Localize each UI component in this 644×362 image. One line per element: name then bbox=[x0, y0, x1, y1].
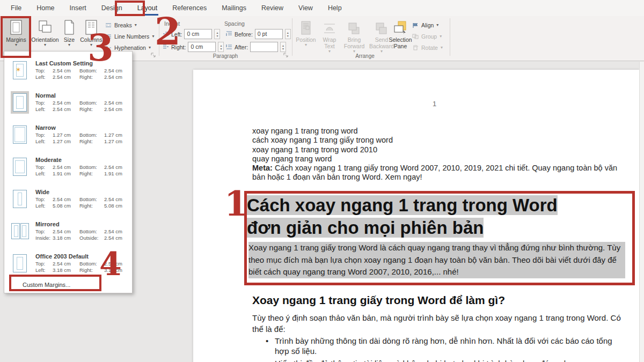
article-heading: Cách xoay ngang 1 trang trong Word đơn g… bbox=[247, 194, 626, 239]
selection-pane-button[interactable]: Selection Pane bbox=[387, 18, 413, 56]
meta-line: Meta: Cách xoay ngang 1 trang giấy trong… bbox=[252, 164, 617, 181]
indent-header: Indent bbox=[164, 20, 180, 27]
section-intro: Tùy theo ý định soạn thảo văn bản, mà ng… bbox=[252, 312, 623, 335]
position-button[interactable]: Position ▾ bbox=[294, 18, 318, 56]
indent-right-stepper[interactable]: ▴▾ bbox=[218, 42, 224, 52]
align-label: Align bbox=[421, 22, 434, 28]
hyphenation-label: Hyphenation bbox=[114, 45, 146, 51]
tab-insert[interactable]: Insert bbox=[62, 0, 94, 16]
spacing-after-input[interactable] bbox=[250, 42, 278, 52]
line-numbers-button[interactable]: Line Numbers ▾ bbox=[105, 31, 154, 42]
list-item: • Trình bày những thông tin dài dòng rõ … bbox=[266, 336, 620, 356]
list-item: • Hiển thị đầy đủ thông tin tài liệu mà … bbox=[266, 358, 620, 362]
rotate-button[interactable]: Rotate ▾ bbox=[412, 42, 443, 53]
margins-menu-item-moderate[interactable]: Moderate Top:2.54 cmBottom:2.54 cm Left:… bbox=[4, 151, 132, 182]
group-button[interactable]: Group ▾ bbox=[412, 31, 443, 42]
page-number: 1 bbox=[433, 100, 436, 108]
bullet-icon: • bbox=[266, 358, 268, 362]
wrap-text-label: Wrap Text bbox=[323, 36, 336, 49]
align-button[interactable]: Align ▾ bbox=[412, 19, 443, 31]
spin-down-icon: ▾ bbox=[220, 47, 222, 50]
breaks-button[interactable]: Breaks ▾ bbox=[105, 19, 154, 31]
spacing-after-label: After: bbox=[235, 44, 248, 50]
tab-review[interactable]: Review bbox=[254, 0, 291, 16]
tab-layout[interactable]: Layout bbox=[130, 0, 165, 16]
keyword-block: xoay ngang 1 trang trong word cách xoay … bbox=[252, 127, 623, 182]
tab-design[interactable]: Design bbox=[94, 0, 130, 16]
spacing-after-icon bbox=[225, 44, 232, 50]
chevron-down-icon: ▾ bbox=[152, 34, 154, 39]
page-setup-dialog-launcher-icon[interactable] bbox=[151, 53, 157, 58]
tab-file[interactable]: File bbox=[3, 0, 29, 16]
paragraph-group-label: Paragraph bbox=[193, 53, 258, 59]
tab-view-label: View bbox=[298, 4, 313, 12]
group-icon bbox=[412, 34, 419, 39]
margins-menu-item-normal[interactable]: Normal Top:2.54 cmBottom:2.54 cm Left:2.… bbox=[4, 87, 132, 118]
line-numbers-icon bbox=[105, 34, 112, 39]
custom-margins-item[interactable]: Custom Margins... bbox=[4, 277, 132, 293]
indent-left-icon bbox=[162, 31, 169, 38]
margins-dropdown-menu: ✶ Last Custom Setting Top:2.54 cmBottom:… bbox=[4, 51, 133, 293]
margin-preset-icon: ✶ bbox=[13, 61, 27, 79]
tab-mailings-label: Mailings bbox=[222, 4, 246, 12]
breaks-icon bbox=[105, 23, 112, 28]
group-label: Group bbox=[421, 33, 437, 40]
heading-line-2: đơn giản cho mọi phiên bản bbox=[247, 218, 484, 238]
arrange-small-buttons: Align ▾ Group ▾ Rotate ▾ bbox=[412, 19, 443, 53]
indent-right-icon bbox=[162, 44, 169, 50]
custom-margins-label: Custom Margins... bbox=[23, 282, 70, 288]
active-tab-underline bbox=[136, 14, 159, 16]
document-page[interactable]: 1 xoay ngang 1 trang trong word cách xoa… bbox=[193, 70, 640, 362]
paragraph-dialog-launcher-icon[interactable] bbox=[283, 53, 289, 58]
columns-icon bbox=[85, 19, 98, 35]
hyphenation-icon bbox=[105, 45, 112, 50]
size-icon bbox=[63, 19, 75, 35]
tab-design-label: Design bbox=[101, 4, 122, 12]
chevron-down-icon: ▾ bbox=[441, 46, 443, 50]
heading-line-1: Cách xoay ngang 1 trang trong Word bbox=[247, 195, 558, 215]
vertical-scrollbar[interactable] bbox=[639, 62, 644, 362]
tab-view[interactable]: View bbox=[291, 0, 320, 16]
tab-help[interactable]: Help bbox=[320, 0, 349, 16]
margins-menu-item-mirrored[interactable]: Mirrored Top:2.54 cmBottom:2.54 cm Insid… bbox=[4, 216, 132, 247]
spin-down-icon: ▾ bbox=[282, 47, 284, 50]
keyword-line: quay ngang trang word bbox=[252, 154, 623, 164]
margin-preset-icon bbox=[13, 254, 27, 272]
margins-icon bbox=[10, 19, 23, 35]
ribbon-tab-bar: File Home Insert Design Layout Reference… bbox=[0, 0, 644, 16]
spacing-before-input[interactable]: 0 pt bbox=[255, 29, 283, 39]
wrap-text-button[interactable]: Wrap Text ▾ bbox=[318, 18, 341, 56]
bring-forward-button[interactable]: Bring Forward ▾ bbox=[341, 18, 367, 56]
tab-insert-label: Insert bbox=[70, 4, 86, 12]
margin-preset-icon bbox=[13, 125, 27, 144]
spacing-before-stepper[interactable]: ▴▾ bbox=[285, 29, 291, 39]
margins-menu-item-wide[interactable]: Wide Top:2.54 cmBottom:2.54 cm Left:5.08… bbox=[4, 183, 132, 215]
send-backward-icon bbox=[375, 19, 389, 35]
line-numbers-label: Line Numbers bbox=[114, 33, 149, 40]
chevron-down-icon: ▾ bbox=[149, 46, 151, 50]
chevron-down-icon: ▾ bbox=[68, 43, 70, 47]
intro-paragraph: Xoay ngang 1 trang giấy trong Word là cá… bbox=[248, 242, 625, 278]
chevron-down-icon: ▾ bbox=[436, 23, 438, 27]
spacing-before-label: Before: bbox=[235, 31, 253, 38]
indent-left-input[interactable]: 0 cm bbox=[184, 29, 212, 39]
margin-preset-icon bbox=[11, 223, 29, 239]
margins-menu-item-last-custom[interactable]: ✶ Last Custom Setting Top:2.54 cmBottom:… bbox=[4, 55, 132, 86]
spin-down-icon: ▾ bbox=[216, 34, 218, 38]
tab-review-label: Review bbox=[261, 4, 283, 12]
spacing-before-icon bbox=[225, 31, 232, 38]
tab-home[interactable]: Home bbox=[29, 0, 62, 16]
tab-references[interactable]: References bbox=[165, 0, 214, 16]
margins-menu-item-narrow[interactable]: Narrow Top:1.27 cmBottom:1.27 cm Left:1.… bbox=[4, 119, 132, 150]
indent-left-stepper[interactable]: ▴▾ bbox=[214, 29, 220, 39]
indent-right-input[interactable]: 0 cm bbox=[188, 42, 216, 52]
margin-preset-icon bbox=[13, 190, 27, 208]
bring-forward-label: Bring Forward bbox=[344, 36, 365, 49]
tab-mailings[interactable]: Mailings bbox=[214, 0, 254, 16]
selection-pane-icon bbox=[393, 19, 408, 35]
margins-menu-item-office-2003[interactable]: Office 2003 Default Top:2.54 cmBottom:2.… bbox=[4, 248, 132, 279]
chevron-down-icon: ▾ bbox=[15, 43, 17, 47]
spacing-after-stepper[interactable]: ▴▾ bbox=[280, 42, 286, 52]
bullet-icon: • bbox=[266, 336, 268, 356]
chevron-down-icon: ▾ bbox=[90, 43, 92, 47]
